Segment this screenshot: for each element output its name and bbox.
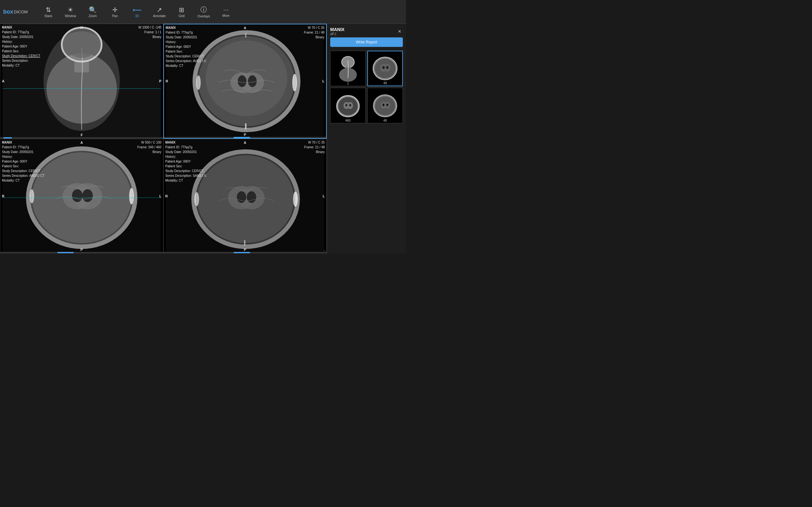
vp1-scrollbar-thumb — [3, 137, 12, 138]
annotate-label: Annotate — [153, 14, 165, 18]
tool-zoom[interactable]: 🔍 Zoom — [85, 6, 101, 18]
sidebar-close-button[interactable]: × — [396, 28, 403, 35]
write-report-button[interactable]: Write Report — [330, 38, 403, 47]
svg-point-17 — [292, 74, 297, 91]
svg-point-16 — [248, 75, 257, 87]
annotate-icon: ↗ — [157, 6, 162, 14]
tool-items: ⇅ Stack☀ Window🔍 Zoom✛ Pan⟵ 3D↗ Annotate… — [37, 5, 237, 18]
toolbar: box DICOM ⇅ Stack☀ Window🔍 Zoom✛ Pan⟵ 3D… — [0, 0, 406, 24]
svg-point-59 — [345, 104, 347, 107]
vp1-image — [0, 24, 163, 138]
logo-dicom: DICOM — [14, 9, 28, 14]
app-logo: box DICOM — [3, 9, 28, 15]
thumbnail-0[interactable]: 1 — [330, 51, 366, 86]
svg-rect-19 — [245, 124, 247, 129]
zoom-icon: 🔍 — [89, 6, 97, 14]
thumbnail-3[interactable]: 48 — [367, 88, 403, 123]
thumbnail-2[interactable]: 460 — [330, 88, 366, 123]
tool-more[interactable]: ··· More — [218, 6, 234, 17]
tool-annotate[interactable]: ↗ Annotate — [151, 6, 167, 18]
viewport-1[interactable]: MANIX Patient ID: 7Thjq7g Study Date: 20… — [0, 24, 163, 139]
3d-label: 3D — [135, 14, 139, 18]
thumbnail-1[interactable]: 48 — [367, 51, 403, 86]
thumbnail-label-0: 1 — [347, 82, 349, 85]
svg-point-27 — [72, 189, 83, 202]
main-area: MANIX Patient ID: 7Thjq7g Study Date: 20… — [0, 24, 406, 253]
svg-point-60 — [349, 104, 351, 107]
tool-3d[interactable]: ⟵ 3D — [129, 6, 145, 18]
vp4-scrollbar-thumb — [234, 252, 250, 253]
vp2-scrollbar[interactable] — [164, 137, 326, 138]
tool-grid[interactable]: ⊞ Grid — [173, 6, 189, 18]
viewer-grid: MANIX Patient ID: 7Thjq7g Study Date: 20… — [0, 24, 327, 253]
pan-label: Pan — [112, 14, 118, 18]
vp3-scrollbar-thumb — [57, 252, 73, 253]
more-label: More — [222, 14, 230, 17]
svg-point-67 — [386, 104, 388, 106]
thumbnail-label-3: 48 — [383, 119, 387, 122]
logo-box: box — [3, 9, 13, 15]
tool-pan[interactable]: ✛ Pan — [107, 6, 123, 18]
svg-point-30 — [30, 189, 34, 203]
vp3-image — [0, 139, 163, 253]
svg-point-66 — [383, 104, 385, 106]
thumbnail-grid: 1 48 460 48 — [330, 51, 403, 123]
sidebar-patient-name: MANIX — [330, 27, 345, 32]
window-label: Window — [65, 14, 77, 18]
svg-point-38 — [237, 191, 247, 203]
svg-rect-42 — [244, 240, 246, 245]
vp2-image — [164, 24, 326, 138]
thumbnail-label-1: 48 — [383, 81, 387, 85]
tool-overlays[interactable]: ⓘ Overlays — [196, 5, 212, 18]
grid-label: Grid — [179, 14, 185, 18]
vp4-image — [164, 139, 326, 253]
svg-point-18 — [196, 75, 201, 90]
stack-icon: ⇅ — [46, 6, 51, 14]
overlays-icon: ⓘ — [200, 5, 207, 14]
zoom-label: Zoom — [89, 14, 97, 18]
svg-point-41 — [194, 192, 199, 206]
viewport-2[interactable]: MANIX Patient ID: 7Thjq7g Study Date: 20… — [163, 24, 327, 139]
svg-point-40 — [293, 191, 298, 207]
thumbnail-label-2: 460 — [345, 119, 351, 122]
svg-point-6 — [66, 32, 98, 58]
sidebar: MANIX dPJ × Write Report 1 48 460 — [327, 24, 406, 253]
svg-point-15 — [238, 75, 247, 87]
grid-icon: ⊞ — [179, 6, 184, 14]
3d-icon: ⟵ — [133, 6, 142, 14]
tool-window[interactable]: ☀ Window — [62, 6, 78, 18]
pan-icon: ✛ — [112, 6, 118, 14]
sidebar-patient-sub: dPJ — [330, 32, 345, 36]
overlays-label: Overlays — [198, 14, 210, 18]
svg-point-53 — [386, 66, 389, 69]
viewport-4[interactable]: MANIX Patient ID: 7Thjq7g Study Date: 20… — [163, 139, 327, 254]
vp3-scrollbar[interactable] — [0, 252, 163, 253]
svg-point-39 — [247, 191, 256, 203]
svg-point-52 — [382, 66, 385, 69]
stack-label: Stack — [44, 14, 52, 18]
vp4-scrollbar[interactable] — [164, 252, 326, 253]
vp1-scrollbar[interactable] — [0, 137, 163, 138]
more-icon: ··· — [223, 6, 229, 13]
vp2-scrollbar-thumb — [234, 137, 250, 138]
svg-point-28 — [82, 189, 93, 202]
sidebar-header: MANIX dPJ × — [330, 27, 403, 36]
tool-stack[interactable]: ⇅ Stack — [40, 6, 56, 18]
svg-point-29 — [129, 188, 134, 205]
svg-rect-20 — [245, 33, 247, 38]
window-icon: ☀ — [67, 6, 73, 14]
viewport-3[interactable]: MANIX Patient ID: 7Thjq7g Study Date: 20… — [0, 139, 163, 254]
